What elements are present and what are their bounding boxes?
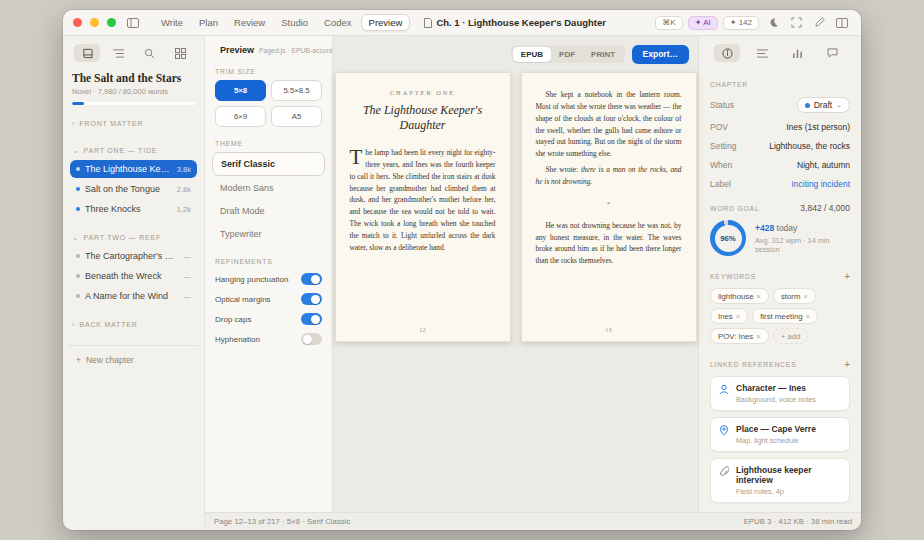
preview-settings-panel: Preview Paged.js · EPUB-accurate TRIM SI… (205, 36, 333, 512)
pen-icon[interactable] (810, 14, 828, 32)
status-dropdown[interactable]: Draft ⌄ (797, 97, 850, 113)
chapter-section-label: CHAPTER (710, 81, 850, 88)
theme-typewriter[interactable]: Typewriter (212, 223, 325, 245)
count-pill[interactable]: ✦ 142 (723, 16, 759, 30)
book-icon[interactable] (74, 44, 100, 62)
trim-option-5x8[interactable]: 5×8 (215, 80, 266, 101)
chevron-down-icon: ⌄ (72, 146, 80, 155)
section-front-matter[interactable]: › FRONT MATTER (72, 119, 195, 128)
linked-references-label: LINKED REFERENCES (710, 361, 797, 368)
search-icon[interactable] (136, 44, 162, 62)
menu-preview[interactable]: Preview (361, 14, 411, 31)
add-keyword-chip[interactable]: + add (773, 328, 809, 344)
list-icon[interactable] (749, 44, 775, 62)
traffic-zoom-button[interactable] (107, 18, 116, 27)
paragraph: He was not drowning because he was not, … (536, 220, 682, 267)
shortcut-pill[interactable]: ⌘K (655, 16, 682, 30)
trim-option-5.5x8.5[interactable]: 5.5×8.5 (271, 80, 322, 101)
chapter-status-dot (76, 254, 80, 258)
label-field-label: Label (710, 179, 731, 189)
plus-icon: + (76, 355, 81, 365)
chapter-item[interactable]: Salt on the Tongue 2.8k (70, 180, 197, 198)
columns-icon[interactable] (833, 14, 851, 32)
chapter-item[interactable]: Beneath the Wreck — (70, 267, 197, 285)
keyword-chip[interactable]: lighthouse× (710, 288, 769, 304)
pov-field-value[interactable]: Ines (1st person) (786, 122, 850, 132)
drop-caps-toggle[interactable] (301, 313, 322, 325)
chapter-item[interactable]: The Cartographer's Mistake — (70, 247, 197, 265)
chart-icon[interactable] (785, 44, 811, 62)
comment-icon[interactable] (820, 44, 846, 62)
section-back-matter[interactable]: › BACK MATTER (72, 320, 195, 329)
keyword-chip[interactable]: first meeting× (752, 308, 818, 324)
menu-review[interactable]: Review (227, 15, 272, 30)
paragraph: She wrote: there is a man on the rocks, … (536, 164, 682, 188)
document-icon (424, 14, 432, 32)
chapter-item-selected[interactable]: The Lighthouse Keeper's … 3.8k (70, 160, 197, 178)
book-page-left[interactable]: CHAPTER ONE The Lighthouse Keeper's Daug… (335, 72, 511, 342)
hyphenation-toggle[interactable] (301, 333, 322, 345)
trim-option-6x9[interactable]: 6×9 (215, 106, 266, 127)
traffic-close-button[interactable] (73, 18, 82, 27)
hanging-punctuation-toggle[interactable] (301, 273, 322, 285)
menu-codex[interactable]: Codex (317, 15, 358, 30)
sidebar-toggle-icon[interactable] (124, 14, 142, 32)
theme-draft-mode[interactable]: Draft Mode (212, 200, 325, 222)
traffic-minimize-button[interactable] (90, 18, 99, 27)
place-icon (719, 425, 729, 436)
label-field-value[interactable]: Inciting incident (791, 179, 850, 189)
remove-icon[interactable]: × (756, 332, 760, 341)
menu-write[interactable]: Write (154, 15, 190, 30)
remove-icon[interactable]: × (806, 312, 810, 321)
when-field-value[interactable]: Night, autumn (797, 160, 850, 170)
add-reference-icon[interactable]: + (844, 359, 850, 370)
refinement-label: Hyphenation (215, 335, 260, 344)
outline-icon[interactable] (105, 44, 131, 62)
chapter-item[interactable]: Three Knocks 1.2k (70, 200, 197, 218)
project-title: The Salt and the Stars (72, 72, 195, 84)
format-print[interactable]: PRINT (583, 47, 623, 62)
section-part-two[interactable]: ⌄ PART TWO — REEF (72, 233, 195, 242)
page-status: Page 12–13 of 217 · 5×8 · Serif Classic (214, 517, 350, 526)
reference-card[interactable]: Lighthouse keeper interview Field notes,… (710, 458, 850, 503)
grid-icon[interactable] (167, 44, 193, 62)
reference-card[interactable]: Place — Cape Verre Map, light schedule (710, 417, 850, 452)
theme-modern-sans[interactable]: Modern Sans (212, 177, 325, 199)
focus-icon[interactable] (787, 14, 805, 32)
format-pdf[interactable]: PDF (551, 47, 583, 62)
reference-card[interactable]: Character — Ines Background, voice notes (710, 376, 850, 411)
inspector-tabs (710, 44, 850, 68)
remove-icon[interactable]: × (736, 312, 740, 321)
word-count-badge: 3.8k (177, 165, 191, 174)
book-page-right[interactable]: She kept a notebook in the lantern room.… (521, 72, 697, 342)
format-segmented-control: EPUB PDF PRINT (511, 45, 624, 63)
refinements-label: REFINEMENTS (215, 258, 322, 265)
format-epub[interactable]: EPUB (513, 47, 551, 62)
trim-size-label: TRIM SIZE (215, 68, 322, 75)
theme-serif-classic[interactable]: Serif Classic (212, 152, 325, 176)
character-icon (719, 384, 729, 395)
menu-plan[interactable]: Plan (192, 15, 225, 30)
trim-size-options: 5×8 5.5×8.5 6×9 A5 (215, 80, 322, 127)
titlebar-actions: ⌘K ✦ AI ✦ 142 (655, 14, 851, 32)
chapter-item[interactable]: A Name for the Wind — (70, 287, 197, 305)
remove-icon[interactable]: × (757, 292, 761, 301)
export-toolbar: EPUB PDF PRINT Export… (333, 36, 698, 72)
info-icon[interactable] (714, 44, 740, 62)
remove-icon[interactable]: × (803, 292, 807, 301)
paragraph: She kept a notebook in the lantern room.… (536, 89, 682, 160)
keyword-chip[interactable]: Ines× (710, 308, 748, 324)
ai-pill[interactable]: ✦ AI (688, 16, 718, 30)
trim-option-a5[interactable]: A5 (271, 106, 322, 127)
setting-field-value[interactable]: Lighthouse, the rocks (769, 141, 850, 151)
new-chapter-button[interactable]: + New chapter (72, 346, 195, 374)
menu-studio[interactable]: Studio (274, 15, 315, 30)
section-part-one[interactable]: ⌄ PART ONE — TIDE (72, 146, 195, 155)
add-keyword-icon[interactable]: + (844, 271, 850, 282)
moon-icon[interactable] (764, 14, 782, 32)
keyword-chip[interactable]: storm× (773, 288, 816, 304)
keyword-chip[interactable]: POV: Ines× (710, 328, 769, 344)
page-number-right: 13 (522, 326, 696, 333)
optical-margins-toggle[interactable] (301, 293, 322, 305)
export-button[interactable]: Export… (632, 45, 689, 64)
